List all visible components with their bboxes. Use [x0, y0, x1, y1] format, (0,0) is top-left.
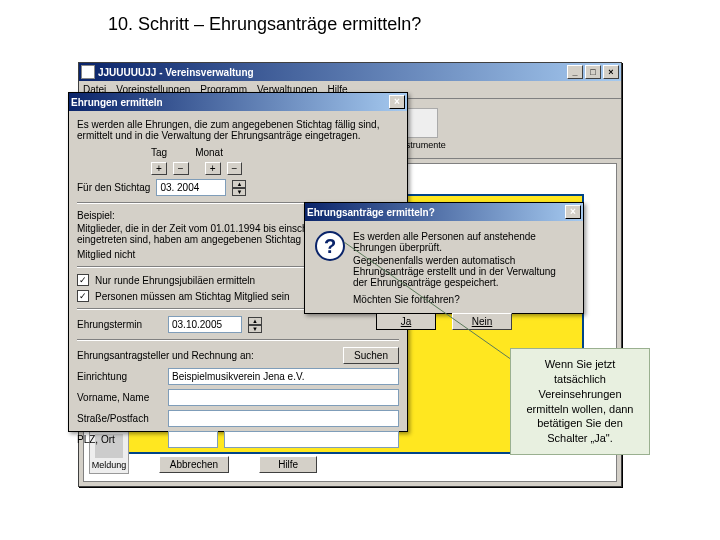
strasse-label: Straße/Postfach — [77, 413, 162, 424]
chk2-label: Personen müssen am Stichtag Mitglied sei… — [95, 291, 290, 302]
nein-button[interactable]: Nein — [452, 313, 512, 330]
stichtag-input[interactable] — [156, 179, 226, 196]
dlg2-close-button[interactable]: × — [565, 205, 581, 219]
app-icon — [81, 65, 95, 79]
monat-label: Monat — [195, 147, 223, 158]
suchen-button[interactable]: Suchen — [343, 347, 399, 364]
chk-runde-jubilaen[interactable]: ✓ — [77, 274, 89, 286]
abbrechen-button[interactable]: Abbrechen — [159, 456, 229, 473]
rechnung-label: Ehrungsantragsteller und Rechnung an: — [77, 350, 254, 361]
chk-mitglied-stichtag[interactable]: ✓ — [77, 290, 89, 302]
dlg1-intro: Es werden alle Ehrungen, die zum angegeb… — [77, 119, 399, 141]
dlg1-titlebar: Ehrungen ermitteln × — [69, 93, 407, 111]
dlg2-text2: Gegebenenfalls werden automatisch Ehrung… — [353, 255, 573, 288]
main-window-title: JJUUUUUJJ - Vereinsverwaltung — [98, 67, 254, 78]
dlg2-titlebar: Ehrungsanträge ermitteln? × — [305, 203, 583, 221]
plz-input[interactable] — [168, 431, 218, 448]
question-icon: ? — [315, 231, 345, 261]
dlg2-prompt: Möchten Sie fortfahren? — [353, 294, 573, 305]
tag-label: Tag — [151, 147, 167, 158]
callout-box: Wenn Sie jetzt tatsächlich Vereinsehrung… — [510, 348, 650, 455]
termin-spinner[interactable]: ▲▼ — [248, 317, 262, 333]
ort-input[interactable] — [224, 431, 399, 448]
maximize-button[interactable]: □ — [585, 65, 601, 79]
termin-label: Ehrungstermin — [77, 319, 162, 330]
dialog-confirm: Ehrungsanträge ermitteln? × ? Es werden … — [304, 202, 584, 314]
vorname-label: Vorname, Name — [77, 392, 162, 403]
tag-plus[interactable]: + — [151, 162, 167, 175]
plz-label: PLZ, Ort — [77, 434, 162, 445]
stichtag-label: Für den Stichtag — [77, 182, 150, 193]
close-button[interactable]: × — [603, 65, 619, 79]
chk1-label: Nur runde Ehrungsjubiläen ermitteln — [95, 275, 255, 286]
strasse-input[interactable] — [168, 410, 399, 427]
dlg1-close-button[interactable]: × — [389, 95, 405, 109]
stichtag-spinner[interactable]: ▲▼ — [232, 180, 246, 196]
ja-button[interactable]: Ja — [376, 313, 436, 330]
dlg2-title: Ehrungsanträge ermitteln? — [307, 207, 435, 218]
vorname-input[interactable] — [168, 389, 399, 406]
callout-text: Wenn Sie jetzt tatsächlich Vereinsehrung… — [526, 358, 633, 444]
monat-minus[interactable]: − — [227, 162, 243, 175]
einrichtung-label: Einrichtung — [77, 371, 162, 382]
tag-minus[interactable]: − — [173, 162, 189, 175]
termin-input[interactable] — [168, 316, 242, 333]
main-titlebar: JJUUUUUJJ - Vereinsverwaltung _ □ × — [79, 63, 621, 81]
einrichtung-input[interactable] — [168, 368, 399, 385]
monat-plus[interactable]: + — [205, 162, 221, 175]
hilfe-button[interactable]: Hilfe — [259, 456, 317, 473]
slide-title: 10. Schritt – Ehrungsanträge ermitteln? — [0, 0, 720, 35]
minimize-button[interactable]: _ — [567, 65, 583, 79]
dlg1-title: Ehrungen ermitteln — [71, 97, 163, 108]
dlg2-text1: Es werden alle Personen auf anstehende E… — [353, 231, 573, 253]
